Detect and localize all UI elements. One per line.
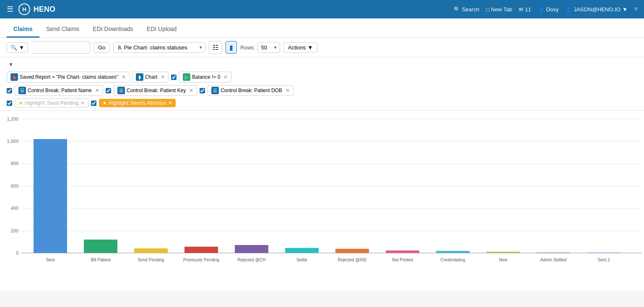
bar-sent-2 [587, 253, 621, 253]
hamburger-menu[interactable]: ☰ [7, 5, 13, 14]
bar-rejected-ch [235, 245, 268, 253]
messages-item[interactable]: ✉ 11 [519, 6, 531, 13]
filter-cb-dob-close[interactable]: ✕ [286, 88, 290, 93]
tab-claims[interactable]: Claims [7, 26, 39, 38]
filter-balance-close[interactable]: ✕ [223, 74, 228, 80]
search-nav-item[interactable]: 🔍 Search [454, 6, 479, 13]
report-select[interactable]: 8. Pie Chart- claims statuses [113, 42, 205, 53]
filter-chart-label: Chart [145, 74, 157, 80]
bar-credentialing [436, 251, 470, 253]
logo-circle: H [18, 3, 30, 15]
filter-cb-name-label: Control Break: Patient Name [28, 88, 92, 93]
svg-text:Bill Patient: Bill Patient [91, 258, 110, 262]
svg-text:200: 200 [11, 228, 18, 233]
filter-cb-name-group: ☰ Control Break: Patient Name ✕ [7, 85, 103, 96]
search-icon: 🔍 [10, 44, 17, 51]
filter-hl-needs-attention-close[interactable]: ✕ [168, 100, 172, 106]
filter-cb-dob-checkbox[interactable] [200, 88, 205, 93]
doxy-icon: 👤 [538, 6, 545, 13]
filter-hl-needs-attention-label: Highlight: Needs Attention [109, 100, 166, 106]
chevron-down-icon: ▼ [19, 44, 24, 51]
svg-text:1,200: 1,200 [7, 116, 18, 121]
svg-text:Credentialing: Credentialing [441, 258, 465, 262]
user-item[interactable]: 👤 JASON@HENO.IO ▼ [565, 6, 627, 13]
table-view-button[interactable]: ☷ [209, 41, 222, 54]
filter-saved-report: 🔖 Saved Report = "Pie Chart- claims stat… [7, 72, 130, 83]
filter-saved-report-group: 🔖 Saved Report = "Pie Chart- claims stat… [7, 72, 130, 83]
filter-hl-needs-attention-checkbox[interactable] [91, 101, 96, 106]
filter-cb-name: ☰ Control Break: Patient Name ✕ [15, 85, 103, 96]
filter-balance-group: ▷ Balance != 0 ✕ [171, 72, 231, 83]
svg-text:Send Pending: Send Pending [138, 258, 164, 262]
logo-text: HENO [34, 5, 55, 14]
report-select-wrapper: 8. Pie Chart- claims statuses [113, 42, 205, 53]
filter-hl-send-pending-group: ★ Highlight: Send Pending ✕ [7, 98, 88, 108]
filter-cb-dob-label: Control Break: Patient DOB [221, 88, 282, 93]
tabs-bar: Claims Send Claims EDI Downloads EDI Upl… [0, 18, 644, 38]
list-icon: ☰ [18, 87, 26, 94]
actions-button[interactable]: Actions ▼ [283, 42, 318, 53]
filter-hl-send-pending: ★ Highlight: Send Pending ✕ [15, 98, 88, 108]
new-tab-icon: □ [486, 6, 489, 13]
filter-hl-send-pending-checkbox[interactable] [7, 101, 12, 106]
bar-send-pending [134, 248, 168, 253]
go-button[interactable]: Go [93, 42, 110, 53]
filter-chart: ▮ Chart ✕ [132, 72, 169, 83]
toolbar: 🔍 ▼ Go 8. Pie Chart- claims statuses ☷ ▮… [0, 38, 644, 57]
filter-cb-key: ☰ Control Break: Patient Key ✕ [114, 85, 197, 96]
tab-send-claims[interactable]: Send Claims [39, 26, 86, 38]
tab-edi-downloads[interactable]: EDI Downloads [86, 26, 140, 38]
filter-chart-close[interactable]: ✕ [161, 74, 165, 80]
search-input[interactable] [31, 41, 90, 54]
chart-icon: ▮ [136, 73, 143, 81]
filter-cb-key-checkbox[interactable] [106, 88, 111, 93]
new-tab-item[interactable]: □ New Tab [486, 6, 512, 13]
list-icon-2: ☰ [117, 87, 125, 94]
filter-area: ▼ 🔖 Saved Report = "Pie Chart- claims st… [0, 57, 644, 111]
chart-view-button[interactable]: ▮ [226, 41, 237, 54]
filter-saved-report-close[interactable]: ✕ [122, 74, 126, 80]
svg-text:Sent: Sent [46, 258, 55, 262]
svg-text:Not Printed: Not Printed [392, 258, 413, 262]
chevron-down-icon: ▼ [622, 6, 628, 13]
filter-hl-send-pending-label: Highlight: Send Pending [25, 100, 79, 106]
collapse-button[interactable]: ▼ [7, 60, 15, 69]
bar-rejected-ins [335, 249, 369, 253]
search-toggle-button[interactable]: 🔍 ▼ [7, 42, 28, 53]
svg-text:Rejected @CH: Rejected @CH [238, 258, 266, 262]
logo: H HENO [18, 3, 55, 15]
svg-text:Rejected @INS: Rejected @INS [338, 258, 366, 262]
bookmark-icon: 🔖 [10, 73, 18, 81]
messages-icon: ✉ [519, 6, 523, 13]
rows-select[interactable]: 50 25 100 200 [257, 42, 280, 53]
svg-text:Settle: Settle [296, 258, 307, 262]
bar-not-printed [386, 250, 419, 253]
svg-text:Previously Pending: Previously Pending [183, 258, 219, 262]
filter-cb-key-close[interactable]: ✕ [189, 88, 193, 93]
bar-previously-pending [184, 247, 218, 253]
filter-balance-checkbox[interactable] [171, 75, 177, 80]
filter-cb-name-checkbox[interactable] [7, 88, 12, 93]
filter-icon: ▷ [183, 73, 190, 81]
bar-sent [34, 139, 67, 253]
doxy-item[interactable]: 👤 Doxy [538, 6, 559, 13]
rows-select-wrapper: 50 25 100 200 [257, 42, 280, 53]
filter-balance: ▷ Balance != 0 ✕ [179, 72, 231, 83]
nav-left: ☰ H HENO [7, 3, 55, 15]
svg-text:Sent 2: Sent 2 [598, 258, 610, 262]
svg-text:New: New [499, 258, 508, 262]
bar-new [486, 252, 520, 253]
filter-cb-dob-group: ☰ Control Break: Patient DOB ✕ [200, 85, 293, 96]
filter-hl-send-pending-close[interactable]: ✕ [80, 100, 85, 106]
tab-edi-upload[interactable]: EDI Upload [140, 26, 184, 38]
svg-text:800: 800 [11, 161, 18, 166]
top-nav: ☰ H HENO 🔍 Search □ New Tab ✉ 11 👤 Doxy … [0, 0, 644, 18]
bar-bill-patient [84, 240, 117, 253]
filter-cb-name-close[interactable]: ✕ [95, 88, 99, 93]
filter-row-1: 🔖 Saved Report = "Pie Chart- claims stat… [7, 72, 637, 83]
svg-text:400: 400 [11, 206, 18, 211]
filter-cb-key-label: Control Break: Patient Key [127, 88, 186, 93]
filter-hl-needs-attention: ★ Highlight: Needs Attention ✕ [99, 99, 176, 107]
help-item[interactable]: ? [634, 6, 637, 13]
filter-balance-label: Balance != 0 [192, 74, 220, 80]
